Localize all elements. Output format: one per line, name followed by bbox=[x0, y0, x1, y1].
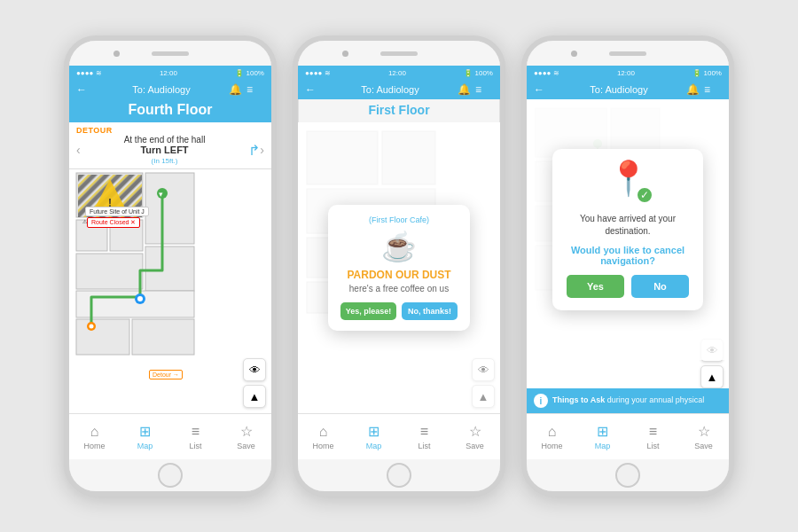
list-icon-3: ≡ bbox=[649, 424, 657, 440]
menu-icon-1[interactable]: ≡ bbox=[246, 83, 264, 96]
svg-rect-7 bbox=[76, 319, 129, 355]
home-button-1[interactable] bbox=[158, 463, 183, 488]
notification-icon-1: 🔔 bbox=[229, 83, 246, 96]
map-label-3: Map bbox=[595, 442, 611, 450]
save-label-2: Save bbox=[466, 442, 484, 450]
status-bar-2: ●●●● ≋ 12:00 🔋 100% bbox=[298, 66, 500, 80]
svg-rect-3 bbox=[76, 254, 143, 289]
notification-icon-2: 🔔 bbox=[458, 83, 475, 96]
nav-map-1[interactable]: ⊞ Map bbox=[120, 414, 170, 459]
time-1: 12:00 bbox=[160, 69, 177, 77]
svg-rect-4 bbox=[145, 173, 194, 244]
bottom-bezel-3 bbox=[527, 459, 729, 491]
popup-buttons: Yes, please! No, thanks! bbox=[340, 302, 458, 320]
bottom-nav-2: ⌂ Home ⊞ Map ≡ List ☆ Save bbox=[298, 413, 500, 459]
back-arrow-1[interactable]: ← bbox=[76, 83, 94, 96]
svg-point-16 bbox=[90, 325, 94, 329]
svg-point-20 bbox=[137, 296, 143, 301]
floor-label-bar-1: Fourth Floor bbox=[69, 99, 271, 122]
detour-right-chevron[interactable]: › bbox=[260, 143, 264, 157]
svg-text:▾: ▾ bbox=[159, 190, 163, 199]
detour-right-arrow[interactable]: ↱ bbox=[248, 142, 260, 159]
battery-3: 🔋 100% bbox=[692, 69, 722, 77]
time-2: 12:00 bbox=[388, 69, 406, 77]
svg-rect-5 bbox=[145, 246, 194, 291]
back-arrow-3[interactable]: ← bbox=[534, 83, 552, 96]
save-icon-3: ☆ bbox=[698, 423, 710, 440]
map-content-3: + 📍 ✓ You have arrived at your destinati… bbox=[527, 99, 729, 413]
info-text: Things to Ask during your annual physica… bbox=[552, 395, 704, 406]
nav-list-3[interactable]: ≡ List bbox=[628, 414, 678, 459]
nav-list-2[interactable]: ≡ List bbox=[399, 414, 450, 459]
home-icon-1: ⌂ bbox=[90, 424, 99, 440]
menu-icon-3[interactable]: ≡ bbox=[704, 83, 722, 96]
arrive-yes-button[interactable]: Yes bbox=[567, 275, 624, 298]
home-icon-3: ⌂ bbox=[548, 424, 557, 440]
speaker-1 bbox=[152, 51, 189, 56]
popup-cafe-label: (First Floor Cafe) bbox=[340, 215, 458, 224]
popup-yes-button[interactable]: Yes, please! bbox=[340, 302, 396, 320]
floor-name-1: Fourth Floor bbox=[128, 102, 212, 117]
nav-list-1[interactable]: ≡ List bbox=[170, 414, 221, 459]
signal-3: ●●●● ≋ bbox=[534, 69, 559, 77]
list-label-2: List bbox=[418, 442, 430, 450]
phone-1: ●●●● ≋ 12:00 🔋 100% ← To: Audiology 🔔 ≡ … bbox=[64, 35, 277, 497]
nav-map-3[interactable]: ⊞ Map bbox=[577, 414, 628, 459]
camera-2 bbox=[342, 51, 348, 57]
phone-3: ●●●● ≋ 12:00 🔋 100% ← To: Audiology 🔔 ≡ bbox=[521, 35, 734, 497]
bottom-nav-3: ⌂ Home ⊞ Map ≡ List ☆ Save bbox=[527, 413, 729, 459]
popup-no-button[interactable]: No, thanks! bbox=[402, 302, 458, 320]
status-bar-1: ●●●● ≋ 12:00 🔋 100% bbox=[69, 66, 271, 80]
svg-rect-8 bbox=[132, 319, 194, 355]
detour-tag: Detour → bbox=[149, 370, 183, 379]
arrive-icon-area: 📍 ✓ bbox=[567, 161, 689, 206]
detour-text: At the end of the hall Turn LEFT (In 15f… bbox=[81, 135, 249, 165]
home-label-2: Home bbox=[312, 442, 333, 450]
bottom-nav-1: ⌂ Home ⊞ Map ≡ List ☆ Save bbox=[69, 413, 271, 459]
back-arrow-2[interactable]: ← bbox=[305, 83, 323, 96]
popup-overlay: (First Floor Cafe) ☕ PARDON OUR DUST her… bbox=[298, 122, 500, 413]
floor-name-2: First Floor bbox=[368, 103, 429, 117]
save-label-1: Save bbox=[237, 442, 255, 450]
arrive-question: Would you like to cancel navigation? bbox=[567, 245, 689, 266]
map-content-2: (First Floor Cafe) ☕ PARDON OUR DUST her… bbox=[298, 122, 500, 413]
signal-2: ●●●● ≋ bbox=[305, 69, 331, 77]
route-closed: Route Closed ✕ bbox=[87, 217, 140, 228]
eye-control-1[interactable]: 👁 bbox=[243, 358, 266, 381]
nav-home-3[interactable]: ⌂ Home bbox=[527, 414, 577, 459]
battery-1: 🔋 100% bbox=[235, 69, 264, 77]
camera-3 bbox=[571, 51, 577, 57]
nav-control-1[interactable]: ▲ bbox=[243, 385, 266, 408]
speaker-2 bbox=[380, 51, 418, 56]
nav-save-3[interactable]: ☆ Save bbox=[678, 414, 729, 459]
map-area-3: + 📍 ✓ You have arrived at your destinati… bbox=[527, 99, 729, 413]
notification-icon-3: 🔔 bbox=[686, 83, 704, 96]
nav-map-2[interactable]: ⊞ Map bbox=[348, 414, 399, 459]
top-bezel-1 bbox=[69, 41, 271, 66]
coffee-cup-icon: ☕ bbox=[381, 231, 417, 262]
map-label-1: Map bbox=[137, 442, 153, 450]
save-icon-2: ☆ bbox=[469, 423, 481, 440]
nav-save-1[interactable]: ☆ Save bbox=[221, 414, 271, 459]
nav-home-2[interactable]: ⌂ Home bbox=[298, 414, 348, 459]
check-badge: ✓ bbox=[636, 186, 653, 204]
destination-2: To: Audiology bbox=[323, 84, 458, 95]
save-label-3: Save bbox=[694, 442, 713, 450]
floor-label-bar-2: First Floor bbox=[298, 99, 500, 122]
list-label-1: List bbox=[189, 442, 201, 450]
app-header-1: ← To: Audiology 🔔 ≡ bbox=[69, 80, 271, 99]
home-button-2[interactable] bbox=[387, 463, 411, 488]
bottom-bezel-1 bbox=[69, 459, 271, 491]
destination-3: To: Audiology bbox=[552, 84, 686, 95]
home-button-3[interactable] bbox=[615, 463, 640, 488]
list-label-3: List bbox=[646, 442, 659, 450]
menu-icon-2[interactable]: ≡ bbox=[475, 83, 493, 96]
nav-save-2[interactable]: ☆ Save bbox=[450, 414, 500, 459]
map-icon-1: ⊞ bbox=[139, 423, 151, 440]
nav-home-1[interactable]: ⌂ Home bbox=[69, 414, 120, 459]
map-controls-1: 👁 ▲ bbox=[243, 358, 266, 408]
arrive-no-button[interactable]: No bbox=[631, 275, 689, 298]
nav-control-3[interactable]: ▲ bbox=[700, 365, 724, 388]
detour-banner: DETOUR ‹ At the end of the hall Turn LEF… bbox=[69, 122, 271, 169]
time-3: 12:00 bbox=[617, 69, 635, 77]
